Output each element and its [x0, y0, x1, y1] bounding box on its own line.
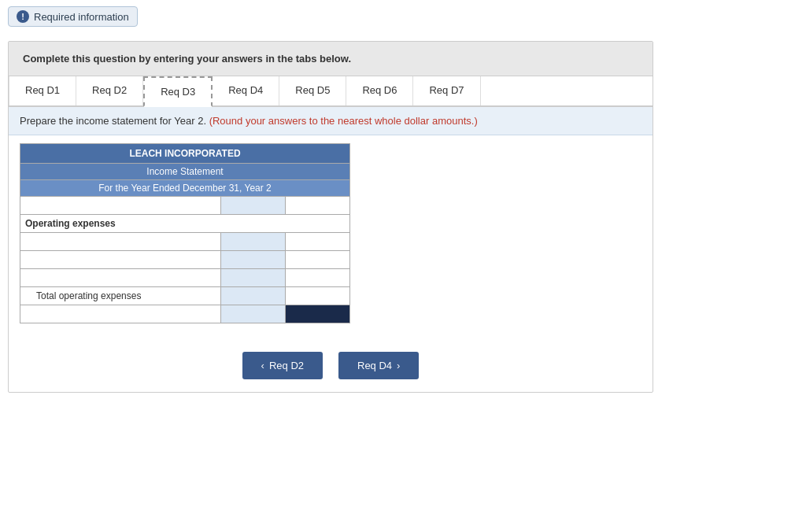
buttons-row: ‹ Req D2 Req D4 › [9, 339, 653, 392]
info-note: (Round your answers to the nearest whole… [209, 115, 478, 127]
prev-button[interactable]: ‹ Req D2 [242, 352, 323, 379]
next-button[interactable]: Req D4 › [338, 352, 419, 379]
row3-label [20, 233, 221, 251]
final-label [20, 305, 221, 323]
tab-req-d7[interactable]: Req D7 [413, 76, 480, 105]
table-row [20, 251, 350, 269]
row1-value[interactable] [286, 197, 349, 214]
company-name: LEACH INCORPORATED [20, 144, 350, 164]
instruction-text: Complete this question by entering your … [23, 53, 351, 65]
row3-input-cell[interactable] [221, 233, 286, 251]
tab-req-d4[interactable]: Req D4 [213, 76, 279, 105]
final-input[interactable] [221, 305, 285, 323]
row4-input[interactable] [221, 251, 285, 268]
statement-period: For the Year Ended December 31, Year 2 [20, 180, 350, 197]
table-row [20, 197, 350, 215]
next-label: Req D4 [357, 360, 392, 371]
table-area: LEACH INCORPORATED Income Statement For … [9, 135, 653, 339]
tab-req-d2[interactable]: Req D2 [76, 76, 143, 105]
total-value[interactable] [286, 287, 349, 305]
row1-label [20, 197, 221, 215]
final-dark-cell [286, 305, 350, 323]
required-banner-label: Required information [34, 11, 129, 23]
row5-value-cell [286, 269, 350, 287]
table-row [20, 233, 350, 251]
tab-req-d5[interactable]: Req D5 [279, 76, 346, 105]
row5-label [20, 269, 221, 287]
tabs-container: Req D1 Req D2 Req D3 Req D4 Req D5 Req D… [9, 76, 653, 107]
final-input-cell[interactable] [221, 305, 286, 323]
income-table: LEACH INCORPORATED Income Statement For … [20, 143, 350, 323]
next-arrow: › [397, 360, 400, 371]
required-banner: ! Required information [8, 6, 138, 27]
instruction-bar: Complete this question by entering your … [9, 42, 653, 76]
operating-expenses-label: Operating expenses [20, 215, 350, 233]
info-text: Prepare the income statement for Year 2. [20, 115, 206, 127]
table-row-final [20, 305, 350, 323]
statement-type: Income Statement [20, 164, 350, 180]
row3-value-cell [286, 233, 350, 251]
info-bar: Prepare the income statement for Year 2.… [9, 107, 653, 135]
total-operating-label: Total operating expenses [20, 287, 221, 305]
tab-req-d6[interactable]: Req D6 [346, 76, 413, 105]
table-row-operating: Operating expenses [20, 215, 350, 233]
total-input-cell[interactable] [221, 287, 286, 305]
row1-value-cell[interactable] [286, 197, 350, 215]
row4-value-cell [286, 251, 350, 269]
tab-req-d3[interactable]: Req D3 [143, 76, 213, 107]
main-container: Complete this question by entering your … [8, 41, 653, 393]
required-icon: ! [17, 10, 29, 23]
table-row [20, 269, 350, 287]
table-row-total: Total operating expenses [20, 287, 350, 305]
prev-arrow: ‹ [261, 360, 264, 371]
total-input[interactable] [221, 287, 285, 305]
row5-input-cell[interactable] [221, 269, 286, 287]
row5-input[interactable] [221, 269, 285, 286]
row1-input[interactable] [221, 197, 285, 214]
row4-input-cell[interactable] [221, 251, 286, 269]
total-value-cell[interactable] [286, 287, 350, 305]
row1-input-cell[interactable] [221, 197, 286, 215]
prev-label: Req D2 [269, 360, 304, 371]
tab-req-d1[interactable]: Req D1 [9, 76, 76, 105]
row3-input[interactable] [221, 233, 285, 250]
row4-label [20, 251, 221, 269]
